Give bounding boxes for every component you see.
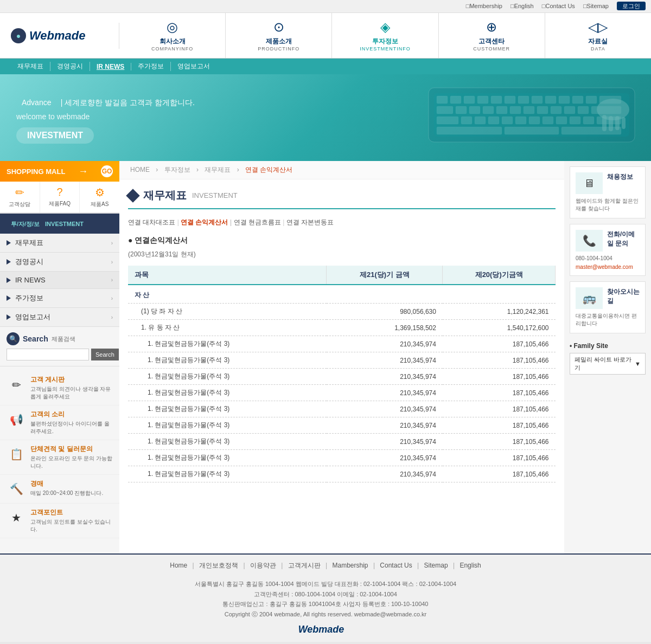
sidebar-item-financial[interactable]: 재무제표 › [0,234,119,253]
tab-income[interactable]: 연결 손익계산서 [181,218,233,226]
membership-link[interactable]: □Membership [466,3,502,9]
points-icon: ★ [7,508,26,527]
tab-equity[interactable]: 연결 자본변동표 [286,218,334,226]
family-site-select[interactable]: 페밀리 싸이트 바로가기 ▼ [570,353,646,375]
svg-rect-7 [505,96,515,104]
cell-period20: 1,540,172,600 [443,320,556,336]
search-button[interactable]: Search [91,349,119,360]
subnav-financial[interactable]: 재무제표 [11,62,50,71]
svg-rect-43 [602,115,607,131]
cell-period21: 210,345,974 [327,417,443,434]
right-widget-contact[interactable]: 📞 전화/이메일 문의 080-1004-1004 master@webmade… [570,224,646,276]
right-widget-directions[interactable]: 🚌 찾아오시는길 대중교통을이용하시면 편리합니다 [570,281,646,333]
search-input[interactable] [7,349,89,360]
table-row: 1. 현금및현금등가물(주석 3)210,345,974187,105,466 [128,369,556,385]
consult-icon: ✏ [2,186,37,199]
right-widget-recruit[interactable]: 🖥 채용정보 웹메이드와 함게할 젊은인재를 찾습니다 [570,166,646,218]
subnav-report[interactable]: 영업보고서 [171,62,216,71]
cell-period20: 187,105,466 [443,385,556,401]
contact-email: master@webmade.com [576,264,640,270]
quick-link-consult[interactable]: ✏ 고객상담 [0,182,40,212]
svg-rect-13 [586,96,597,104]
nav-product[interactable]: ⊙ 제품소개 PRODUCTINFO [226,13,332,58]
sitemap-link[interactable]: □Sitemap [583,3,609,9]
login-button[interactable]: 로그인 [617,2,646,10]
voice-icon: 📢 [7,410,26,429]
cell-label: 1. 현금및현금등가물(주석 3) [128,369,327,385]
arrow-icon [7,240,11,246]
footer: Home | 개인보호정책 | 이용약관 | 고객게시판 | Mambershi… [0,553,651,642]
sidebar-item-report[interactable]: 영업보고서 › [0,308,119,327]
cell-period21: 210,345,974 [327,336,443,352]
sidebar-item-announcement[interactable]: 경영공시 › [0,253,119,272]
chevron-icon: › [111,314,113,320]
footer-link-english[interactable]: English [459,562,481,569]
cell-label: 1. 현금및현금등가물(주석 3) [128,466,327,482]
quick-link-as[interactable]: ⚙ 제품AS [80,182,119,212]
chevron-icon: › [111,240,113,246]
nav-invest[interactable]: ◈ 투자정보 INVESTMENTINFO [332,13,438,58]
svg-rect-44 [609,116,613,131]
tab-navigation: 연결 대차대조표 연결 손익계산서 연결 현금흐름표 연결 자본변동표 [128,218,556,227]
footer-link-membership[interactable]: Mambership [333,562,368,569]
nav-customer[interactable]: ⊕ 고객센타 CUSTOMMER [439,13,545,58]
main-content: HOME › 투자정보 › 재무제표 › 연결 손익계산서 재무제표 INVES… [119,161,564,553]
footer-link-privacy[interactable]: 개인보호정책 [199,562,238,569]
shopping-mall-go[interactable]: GO [101,165,113,177]
bulk-text: 단체견적 및 딜러문의 온라인 오프라인 모두 문의 가능합니다. [30,445,113,470]
search-label-row: 🔍 Search 제품검색 [7,332,113,345]
cell-period20: 187,105,466 [443,336,556,352]
top-bar: □Membership □English □Contact Us □Sitema… [0,0,651,13]
sidebar-item-stock[interactable]: 주가정보 › [0,289,119,308]
tab-cashflow[interactable]: 연결 현금흐름표 [234,218,286,226]
footer-link-sitemap[interactable]: Sitemap [424,562,448,569]
nav-data[interactable]: ◁▷ 자료실 DATA [545,13,651,58]
table-row: 1. 유 동 자 산1,369,158,5021,540,172,600 [128,320,556,336]
subnav-announcement[interactable]: 경영공시 [50,62,90,71]
footer-link-board[interactable]: 고객게시판 [288,562,321,569]
svg-rect-27 [437,117,458,124]
contact-icon: 📞 [576,230,603,252]
nav-invest-icon: ◈ [335,20,435,35]
cell-label: 1. 현금및현금등가물(주석 3) [128,352,327,369]
recruit-icon: 🖥 [576,172,603,194]
arrow-icon [7,278,11,283]
nav-data-icon: ◁▷ [548,20,648,35]
nav-company[interactable]: ◎ 회사소개 COMPANYINFO [119,13,226,58]
as-icon: ⚙ [82,186,117,199]
widget-board[interactable]: ✏ 고객 게시판 고객님들의 의견이나 생각을 자유롭게 올려주세요 [0,371,119,405]
cell-period21: 210,345,974 [327,450,443,466]
widget-voice[interactable]: 📢 고객의 소리 불편하셨던정이나 아이디어를 올려주세요. [0,405,119,440]
auction-icon: 🔨 [7,479,26,499]
quick-link-faq[interactable]: ? 제품FAQ [40,182,80,212]
as-label: 제품AS [91,201,108,207]
subnav-stock[interactable]: 주가정보 [131,62,171,71]
widget-bulk[interactable]: 📋 단체견적 및 딜러문의 온라인 오프라인 모두 문의 가능합니다. [0,440,119,475]
svg-rect-4 [464,96,475,104]
svg-rect-6 [491,96,502,104]
widget-points[interactable]: ★ 고객포인트 고객님의 포인트를 보실수 있습니다. [0,504,119,538]
sidebar-item-announcement-label: 경영공시 [15,257,111,267]
footer-logo: Webmade [298,624,344,635]
chevron-icon: › [111,277,113,283]
cell-label: 1. 현금및현금등가물(주석 3) [128,385,327,401]
svg-rect-25 [578,106,589,114]
board-title: 고객 게시판 [30,375,113,384]
shopping-mall-banner[interactable]: SHOPPING MALL → GO [0,161,119,182]
chevron-icon: › [111,259,113,265]
sidebar-item-irnews[interactable]: IR NEWS › [0,272,119,289]
tab-balance[interactable]: 연결 대차대조표 [128,218,181,226]
widget-auction[interactable]: 🔨 경매 매일 20:00~24:00 진행합니다. [0,475,119,504]
nav-product-kr: 제품소개 [228,37,329,46]
footer-link-home[interactable]: Home [170,562,187,569]
logo-icon: ● [11,28,26,43]
footer-link-terms[interactable]: 이용약관 [250,562,276,569]
footer-link-contact[interactable]: Contact Us [380,562,412,569]
subnav-irnews[interactable]: IR NEWS [90,63,131,70]
voice-desc: 불편하셨던정이나 아이디어를 올려주세요. [30,420,113,435]
banner-title: Advance | 세계로향한 발길음 고객과 함게합니다. [16,92,195,109]
english-link[interactable]: □English [510,3,534,9]
sidebar-item-financial-label: 재무제표 [15,238,111,248]
contactus-link[interactable]: □Contact Us [542,3,575,9]
recruit-desc: 웹메이드와 함게할 젊은인재를 찾습니다 [576,197,640,212]
